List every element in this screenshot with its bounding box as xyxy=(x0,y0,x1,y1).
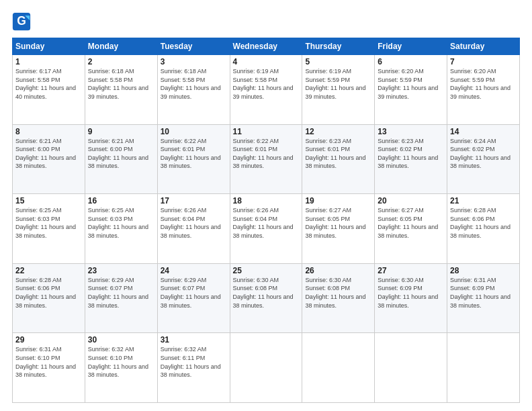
calendar-cell: 11Sunrise: 6:22 AMSunset: 6:01 PMDayligh… xyxy=(230,124,302,194)
col-header-friday: Friday xyxy=(375,38,447,55)
calendar-cell: 2Sunrise: 6:18 AMSunset: 5:58 PMDaylight… xyxy=(85,55,157,125)
day-info: Sunrise: 6:18 AMSunset: 5:58 PMDaylight:… xyxy=(88,67,154,101)
calendar-cell: 8Sunrise: 6:21 AMSunset: 6:00 PMDaylight… xyxy=(13,124,85,194)
day-number: 10 xyxy=(161,127,227,136)
calendar-cell: 26Sunrise: 6:30 AMSunset: 6:08 PMDayligh… xyxy=(302,263,375,333)
day-number: 1 xyxy=(15,57,82,66)
calendar-cell: 22Sunrise: 6:28 AMSunset: 6:06 PMDayligh… xyxy=(13,263,85,333)
day-number: 2 xyxy=(88,57,154,66)
day-number: 12 xyxy=(305,127,371,136)
day-number: 7 xyxy=(450,57,517,66)
day-info: Sunrise: 6:23 AMSunset: 6:01 PMDaylight:… xyxy=(305,137,371,171)
day-info: Sunrise: 6:19 AMSunset: 5:58 PMDaylight:… xyxy=(233,67,300,101)
day-number: 8 xyxy=(15,127,82,136)
page: G SundayMondayTuesdayWednesdayThursdayFr… xyxy=(0,0,532,411)
calendar-cell: 18Sunrise: 6:26 AMSunset: 6:04 PMDayligh… xyxy=(230,194,302,264)
calendar-cell: 17Sunrise: 6:26 AMSunset: 6:04 PMDayligh… xyxy=(157,194,230,264)
calendar-cell: 27Sunrise: 6:30 AMSunset: 6:09 PMDayligh… xyxy=(375,263,447,333)
day-info: Sunrise: 6:21 AMSunset: 6:00 PMDaylight:… xyxy=(88,137,154,171)
col-header-tuesday: Tuesday xyxy=(157,38,230,55)
col-header-thursday: Thursday xyxy=(302,38,375,55)
calendar-cell: 10Sunrise: 6:22 AMSunset: 6:01 PMDayligh… xyxy=(157,124,230,194)
day-info: Sunrise: 6:32 AMSunset: 6:11 PMDaylight:… xyxy=(161,345,227,379)
calendar-cell: 14Sunrise: 6:24 AMSunset: 6:02 PMDayligh… xyxy=(447,124,520,194)
day-info: Sunrise: 6:28 AMSunset: 6:06 PMDaylight:… xyxy=(450,206,517,240)
day-number: 22 xyxy=(15,266,82,275)
day-info: Sunrise: 6:19 AMSunset: 5:59 PMDaylight:… xyxy=(305,67,371,101)
day-info: Sunrise: 6:21 AMSunset: 6:00 PMDaylight:… xyxy=(15,137,82,171)
day-number: 20 xyxy=(378,196,444,205)
calendar-cell: 19Sunrise: 6:27 AMSunset: 6:05 PMDayligh… xyxy=(302,194,375,264)
day-info: Sunrise: 6:32 AMSunset: 6:10 PMDaylight:… xyxy=(88,345,154,379)
day-info: Sunrise: 6:17 AMSunset: 5:58 PMDaylight:… xyxy=(15,67,82,101)
day-info: Sunrise: 6:22 AMSunset: 6:01 PMDaylight:… xyxy=(233,137,300,171)
calendar-cell: 24Sunrise: 6:29 AMSunset: 6:07 PMDayligh… xyxy=(157,263,230,333)
day-number: 18 xyxy=(233,196,300,205)
svg-text:G: G xyxy=(17,14,26,28)
day-number: 23 xyxy=(88,266,154,275)
calendar-cell: 23Sunrise: 6:29 AMSunset: 6:07 PMDayligh… xyxy=(85,263,157,333)
day-number: 16 xyxy=(88,196,154,205)
calendar-cell: 3Sunrise: 6:18 AMSunset: 5:58 PMDaylight… xyxy=(157,55,230,125)
calendar-cell: 21Sunrise: 6:28 AMSunset: 6:06 PMDayligh… xyxy=(447,194,520,264)
day-number: 30 xyxy=(88,335,154,345)
calendar-cell xyxy=(302,333,375,403)
calendar-cell: 29Sunrise: 6:31 AMSunset: 6:10 PMDayligh… xyxy=(13,333,85,403)
logo: G xyxy=(12,12,34,31)
day-info: Sunrise: 6:30 AMSunset: 6:08 PMDaylight:… xyxy=(233,276,300,310)
calendar-cell: 7Sunrise: 6:20 AMSunset: 5:59 PMDaylight… xyxy=(447,55,520,125)
day-info: Sunrise: 6:25 AMSunset: 6:03 PMDaylight:… xyxy=(15,206,82,240)
calendar-cell xyxy=(230,333,302,403)
calendar-cell xyxy=(447,333,520,403)
day-number: 11 xyxy=(233,127,300,136)
calendar-cell: 12Sunrise: 6:23 AMSunset: 6:01 PMDayligh… xyxy=(302,124,375,194)
calendar-table: SundayMondayTuesdayWednesdayThursdayFrid… xyxy=(12,38,520,403)
day-number: 31 xyxy=(161,335,227,345)
day-info: Sunrise: 6:25 AMSunset: 6:03 PMDaylight:… xyxy=(88,206,154,240)
calendar-cell: 28Sunrise: 6:31 AMSunset: 6:09 PMDayligh… xyxy=(447,263,520,333)
day-info: Sunrise: 6:29 AMSunset: 6:07 PMDaylight:… xyxy=(161,276,227,310)
col-header-sunday: Sunday xyxy=(13,38,85,55)
header: G xyxy=(12,12,520,31)
calendar-cell: 4Sunrise: 6:19 AMSunset: 5:58 PMDaylight… xyxy=(230,55,302,125)
calendar-cell: 6Sunrise: 6:20 AMSunset: 5:59 PMDaylight… xyxy=(375,55,447,125)
day-number: 5 xyxy=(305,57,371,66)
calendar-cell: 1Sunrise: 6:17 AMSunset: 5:58 PMDaylight… xyxy=(13,55,85,125)
day-number: 28 xyxy=(450,266,517,275)
calendar-cell: 16Sunrise: 6:25 AMSunset: 6:03 PMDayligh… xyxy=(85,194,157,264)
day-number: 15 xyxy=(15,196,82,205)
calendar-cell: 15Sunrise: 6:25 AMSunset: 6:03 PMDayligh… xyxy=(13,194,85,264)
day-number: 6 xyxy=(378,57,444,66)
day-number: 21 xyxy=(450,196,517,205)
day-info: Sunrise: 6:27 AMSunset: 6:05 PMDaylight:… xyxy=(378,206,444,240)
calendar-cell: 30Sunrise: 6:32 AMSunset: 6:10 PMDayligh… xyxy=(85,333,157,403)
day-info: Sunrise: 6:27 AMSunset: 6:05 PMDaylight:… xyxy=(305,206,371,240)
day-info: Sunrise: 6:30 AMSunset: 6:08 PMDaylight:… xyxy=(305,276,371,310)
day-number: 24 xyxy=(161,266,227,275)
day-info: Sunrise: 6:26 AMSunset: 6:04 PMDaylight:… xyxy=(233,206,300,240)
col-header-monday: Monday xyxy=(85,38,157,55)
calendar-cell: 31Sunrise: 6:32 AMSunset: 6:11 PMDayligh… xyxy=(157,333,230,403)
calendar-cell: 9Sunrise: 6:21 AMSunset: 6:00 PMDaylight… xyxy=(85,124,157,194)
day-number: 19 xyxy=(305,196,371,205)
day-number: 26 xyxy=(305,266,371,275)
day-number: 25 xyxy=(233,266,300,275)
day-info: Sunrise: 6:20 AMSunset: 5:59 PMDaylight:… xyxy=(378,67,444,101)
day-info: Sunrise: 6:18 AMSunset: 5:58 PMDaylight:… xyxy=(161,67,227,101)
calendar-cell: 20Sunrise: 6:27 AMSunset: 6:05 PMDayligh… xyxy=(375,194,447,264)
day-number: 14 xyxy=(450,127,517,136)
day-number: 29 xyxy=(15,335,82,345)
calendar-cell: 5Sunrise: 6:19 AMSunset: 5:59 PMDaylight… xyxy=(302,55,375,125)
day-info: Sunrise: 6:31 AMSunset: 6:10 PMDaylight:… xyxy=(15,345,82,379)
day-info: Sunrise: 6:23 AMSunset: 6:02 PMDaylight:… xyxy=(378,137,444,171)
day-number: 9 xyxy=(88,127,154,136)
col-header-wednesday: Wednesday xyxy=(230,38,302,55)
day-info: Sunrise: 6:30 AMSunset: 6:09 PMDaylight:… xyxy=(378,276,444,310)
day-info: Sunrise: 6:24 AMSunset: 6:02 PMDaylight:… xyxy=(450,137,517,171)
day-info: Sunrise: 6:28 AMSunset: 6:06 PMDaylight:… xyxy=(15,276,82,310)
day-number: 27 xyxy=(378,266,444,275)
day-info: Sunrise: 6:20 AMSunset: 5:59 PMDaylight:… xyxy=(450,67,517,101)
day-number: 3 xyxy=(161,57,227,66)
day-number: 17 xyxy=(161,196,227,205)
calendar-cell: 25Sunrise: 6:30 AMSunset: 6:08 PMDayligh… xyxy=(230,263,302,333)
